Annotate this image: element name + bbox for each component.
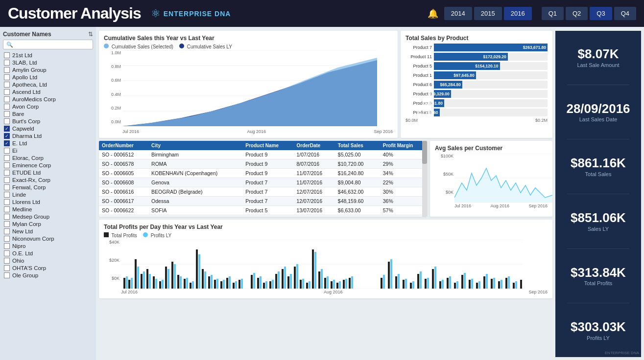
sidebar-checkbox[interactable] xyxy=(4,118,10,124)
sidebar-checkbox[interactable] xyxy=(4,52,10,58)
svg-rect-36 xyxy=(257,278,259,289)
left-panels: Cumulative Sales this Year vs Last Year … xyxy=(99,31,552,357)
sidebar-item[interactable]: O.E. Ltd xyxy=(3,249,93,257)
sidebar-checkbox[interactable] xyxy=(4,221,10,227)
sidebar-checkbox[interactable] xyxy=(4,162,10,168)
sidebar-item[interactable]: Ei xyxy=(3,147,93,154)
sidebar-checkbox[interactable] xyxy=(4,148,10,154)
sidebar-item[interactable]: AuroMedics Corp xyxy=(3,95,93,103)
sidebar-item[interactable]: Ohio xyxy=(3,257,93,264)
q4-button[interactable]: Q4 xyxy=(614,7,636,20)
product-bar-row: Product 7 $263,671.80 xyxy=(405,44,548,51)
sidebar-item[interactable]: Exact-Rx, Corp xyxy=(3,176,93,183)
sidebar-item[interactable]: Mylan Corp xyxy=(3,220,93,227)
customer-search-input[interactable] xyxy=(3,40,93,49)
sidebar-checkbox[interactable] xyxy=(4,243,10,249)
sidebar-checkbox[interactable] xyxy=(4,265,10,271)
sidebar-checkbox[interactable] xyxy=(4,272,10,278)
sidebar-item-label: Exact-Rx, Corp xyxy=(12,177,50,183)
sidebar-checkbox[interactable] xyxy=(4,228,10,234)
sidebar-item[interactable]: ✓E. Ltd xyxy=(3,139,93,147)
sidebar-checkbox[interactable] xyxy=(4,199,10,205)
sidebar-checkbox[interactable] xyxy=(4,89,10,95)
sidebar-item[interactable]: New Ltd xyxy=(3,227,93,235)
sidebar-checkbox[interactable] xyxy=(4,111,10,117)
table-scrollbar[interactable] xyxy=(422,141,427,217)
cumulative-chart-title: Cumulative Sales this Year vs Last Year xyxy=(104,35,393,42)
sidebar-checkbox[interactable] xyxy=(4,206,10,212)
kpi-item: $851.06K Sales LY xyxy=(571,211,626,232)
sidebar-item-label: Medline xyxy=(12,206,32,212)
kpi-label: Total Profits xyxy=(571,280,626,286)
sidebar-item[interactable]: ✓Dharma Ltd xyxy=(3,132,93,139)
sidebar-checkbox[interactable] xyxy=(4,236,10,242)
sidebar-item[interactable]: Eminence Corp xyxy=(3,161,93,169)
sidebar-item[interactable]: Apollo Ltd xyxy=(3,73,93,81)
cumulative-chart-panel: Cumulative Sales this Year vs Last Year … xyxy=(99,31,398,138)
q1-button[interactable]: Q1 xyxy=(542,7,564,20)
top-row: Cumulative Sales this Year vs Last Year … xyxy=(99,31,552,138)
kpi-value: $861.16K xyxy=(571,156,626,170)
sidebar-item[interactable]: Llorens Ltd xyxy=(3,198,93,205)
sidebar-checkbox[interactable] xyxy=(4,67,10,73)
sidebar-item[interactable]: Linde xyxy=(3,191,93,198)
product-bar-track: $263,671.80 xyxy=(434,44,548,51)
sidebar-checkbox[interactable] xyxy=(4,82,10,88)
table-header: Profit Margin xyxy=(380,141,427,150)
sidebar-item[interactable]: Medline xyxy=(3,205,93,213)
sidebar-checkbox[interactable] xyxy=(4,155,10,161)
sidebar-item[interactable]: Bare xyxy=(3,110,93,117)
table-scroll-thumb[interactable] xyxy=(422,141,427,164)
year-2016-button[interactable]: 2016 xyxy=(504,7,532,20)
product-bar-value: $154,120.10 xyxy=(475,64,498,68)
filter-icon[interactable]: ⇅ xyxy=(88,31,93,38)
sidebar-checkbox[interactable] xyxy=(4,250,10,256)
sidebar-item[interactable]: Nipro xyxy=(3,242,93,249)
sidebar-checkbox[interactable] xyxy=(4,60,10,66)
sidebar-checkbox[interactable] xyxy=(4,192,10,198)
sidebar-checkbox[interactable] xyxy=(4,177,10,183)
sidebar-item-label: Capweld xyxy=(12,126,34,132)
sidebar-checkbox[interactable]: ✓ xyxy=(4,126,10,132)
sidebar-item[interactable]: Apotheca, Ltd xyxy=(3,81,93,88)
sidebar-item[interactable]: 3LAB, Ltd xyxy=(3,59,93,66)
year-2015-button[interactable]: 2015 xyxy=(474,7,502,20)
cumulative-svg xyxy=(122,50,377,126)
sidebar-item-label: OHTA'S Corp xyxy=(12,265,46,271)
sidebar-checkbox[interactable] xyxy=(4,170,10,176)
sidebar-item[interactable]: ✓Capweld xyxy=(3,125,93,132)
sidebar-item[interactable]: Burt's Corp xyxy=(3,117,93,125)
sidebar-item[interactable]: Fenwal, Corp xyxy=(3,183,93,191)
svg-rect-39 xyxy=(275,274,277,289)
sidebar-item[interactable]: Niconovum Corp xyxy=(3,235,93,242)
sidebar-checkbox[interactable] xyxy=(4,96,10,102)
sidebar-checkbox[interactable]: ✓ xyxy=(4,133,10,139)
product-bar-track: $65,284.80 xyxy=(434,81,548,89)
sidebar-item[interactable]: OHTA'S Corp xyxy=(3,264,93,271)
svg-rect-123 xyxy=(486,274,488,289)
sidebar-item[interactable]: 21st Ltd xyxy=(3,51,93,59)
sidebar-item[interactable]: Elorac, Corp xyxy=(3,154,93,161)
sidebar-checkbox[interactable] xyxy=(4,258,10,264)
sidebar-item[interactable]: Medsep Group xyxy=(3,213,93,220)
kpi-item: $861.16K Total Sales xyxy=(571,156,626,177)
avg-x-labels: Jul 2016 Aug 2016 Sep 2016 xyxy=(454,203,548,208)
sidebar-item[interactable]: Amylin Group xyxy=(3,66,93,73)
sidebar-item[interactable]: Ole Group xyxy=(3,271,93,279)
year-2014-button[interactable]: 2014 xyxy=(444,7,472,20)
sidebar-checkbox[interactable]: ✓ xyxy=(4,140,10,146)
sidebar-item[interactable]: Avon Corp xyxy=(3,103,93,110)
notification-icon[interactable]: 🔔 xyxy=(428,8,438,19)
svg-rect-28 xyxy=(202,269,204,289)
sidebar-checkbox[interactable] xyxy=(4,214,10,220)
sidebar-checkbox[interactable] xyxy=(4,104,10,110)
q2-button[interactable]: Q2 xyxy=(566,7,588,20)
sidebar-item[interactable]: ETUDE Ltd xyxy=(3,169,93,176)
sidebar-checkbox[interactable] xyxy=(4,74,10,80)
sidebar-item[interactable]: Ascend Ltd xyxy=(3,88,93,95)
q3-button[interactable]: Q3 xyxy=(590,7,612,20)
sidebar-checkbox[interactable] xyxy=(4,184,10,190)
kpi-item: $313.84K Total Profits xyxy=(571,266,626,287)
table-scroll[interactable]: OrderNumberCityProduct NameOrderDateTota… xyxy=(99,141,427,217)
svg-marker-7 xyxy=(122,58,377,126)
